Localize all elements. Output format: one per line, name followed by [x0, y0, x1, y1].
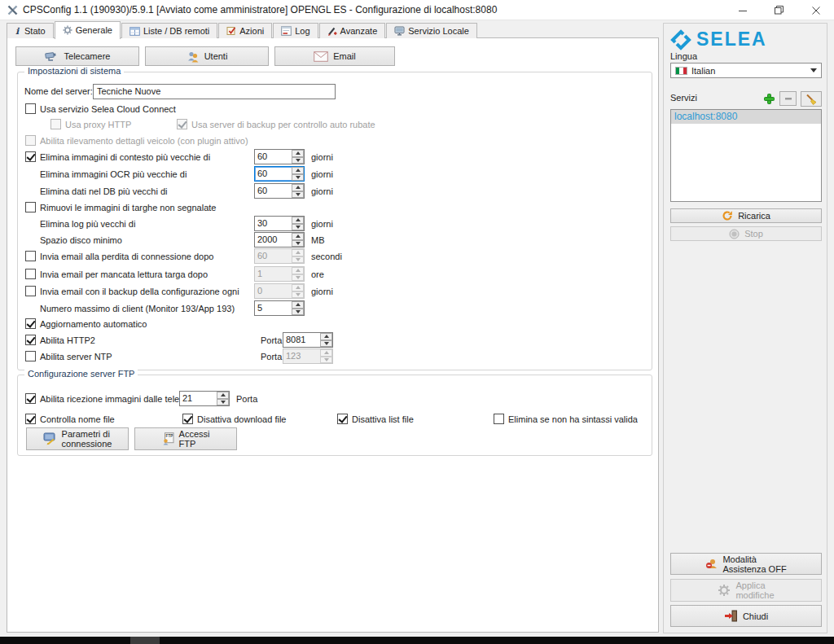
spin-up[interactable]	[292, 233, 304, 240]
disable-list-checkbox[interactable]	[337, 414, 348, 424]
auto-update-label[interactable]: Aggiornamento automatico	[40, 316, 147, 332]
email-no-plate-checkbox[interactable]	[25, 269, 36, 279]
remove-service-button[interactable]	[779, 91, 797, 106]
context-images-label[interactable]: Elimina immagini di contesto più vecchie…	[40, 149, 210, 165]
spin-down[interactable]	[292, 157, 304, 164]
tab-azioni[interactable]: Azioni	[218, 23, 272, 38]
tab-liste-db-remoti[interactable]: Liste / DB remoti	[121, 23, 217, 38]
http2-label[interactable]: Abilita HTTP2	[40, 332, 95, 348]
tab-servizio-locale[interactable]: Servizio Locale	[386, 23, 477, 38]
restore-button[interactable]	[761, 0, 797, 20]
spin-up[interactable]	[320, 333, 332, 340]
spin-down[interactable]	[292, 291, 304, 299]
spin-up[interactable]	[320, 349, 332, 357]
spin-down[interactable]	[292, 256, 304, 264]
close-button[interactable]	[797, 0, 834, 20]
apply-changes-button[interactable]: Applicamodifiche	[670, 579, 822, 602]
ftp-receive-checkbox[interactable]	[25, 393, 36, 404]
cloud-connect-checkbox[interactable]	[25, 103, 36, 114]
info-icon: i	[15, 26, 21, 36]
tab-generale[interactable]: Generale	[55, 21, 121, 39]
unit-label: ore	[311, 266, 324, 283]
disable-list-label[interactable]: Disattiva list file	[352, 411, 414, 427]
connection-params-button[interactable]: Parametri diconnessione	[26, 427, 129, 450]
vehicle-details-checkbox[interactable]	[25, 135, 36, 146]
add-service-button[interactable]	[762, 91, 776, 106]
telecamere-label: Telecamere	[64, 51, 111, 61]
proxy-http-checkbox[interactable]	[50, 119, 61, 129]
vehicle-details-label[interactable]: Abilita rilevamento dettagli veicolo (co…	[40, 133, 248, 149]
stop-button[interactable]: Stop	[670, 226, 822, 241]
email-connection-seconds-spinner[interactable]: 60	[254, 248, 305, 264]
tab-avanzate[interactable]: Avanzate	[319, 23, 386, 38]
http2-checkbox[interactable]	[25, 335, 36, 345]
gear-icon	[718, 584, 731, 597]
check-filename-label[interactable]: Controlla nome file	[40, 411, 115, 427]
min-disk-spinner[interactable]: 2000	[254, 232, 305, 248]
spin-up[interactable]	[292, 284, 304, 291]
services-listbox[interactable]: localhost:8080	[670, 109, 822, 202]
auto-update-checkbox[interactable]	[25, 318, 36, 329]
ntp-server-checkbox[interactable]	[25, 351, 36, 361]
check-filename-checkbox[interactable]	[25, 414, 36, 424]
email-backup-label[interactable]: Invia email con il backup della configur…	[40, 283, 239, 300]
max-clients-spinner[interactable]: 5	[254, 300, 305, 316]
minimize-button[interactable]	[724, 0, 761, 20]
spin-down[interactable]	[217, 399, 229, 406]
email-no-plate-hours-spinner[interactable]: 1	[254, 266, 305, 282]
remove-plates-checkbox[interactable]	[25, 202, 36, 212]
server-name-input[interactable]: Tecniche Nuove	[93, 84, 336, 99]
spin-up[interactable]	[292, 184, 304, 191]
ricarica-button[interactable]: Ricarica	[670, 208, 822, 223]
spin-up[interactable]	[217, 392, 229, 399]
email-backup-days-spinner[interactable]: 0	[254, 283, 305, 299]
context-images-checkbox[interactable]	[25, 151, 36, 162]
spin-up[interactable]	[292, 217, 304, 224]
disable-download-checkbox[interactable]	[182, 414, 193, 424]
tab-stato[interactable]: i Stato	[7, 23, 54, 38]
spin-up[interactable]	[292, 249, 304, 256]
log-days-spinner[interactable]: 30	[254, 216, 305, 231]
service-list-item[interactable]: localhost:8080	[671, 110, 821, 124]
ftp-port-spinner[interactable]: 21	[179, 391, 230, 406]
context-days-spinner[interactable]: 60	[254, 149, 305, 164]
spin-down[interactable]	[292, 174, 304, 182]
ntp-server-label[interactable]: Abilita server NTP	[40, 348, 112, 365]
email-button[interactable]: Email	[274, 46, 395, 66]
assistance-mode-button[interactable]: ModalitàAssistenza OFF	[670, 553, 822, 575]
spin-down[interactable]	[292, 274, 304, 282]
backup-server-checkbox[interactable]	[177, 119, 187, 129]
language-select[interactable]: Italian	[670, 63, 822, 78]
db-days-spinner[interactable]: 60	[254, 183, 305, 199]
ftp-access-button[interactable]: FTP AccessiFTP	[134, 427, 237, 450]
spin-down[interactable]	[320, 340, 332, 348]
remove-plates-label[interactable]: Rimuovi le immagini di targhe non segnal…	[40, 199, 216, 216]
clean-service-button[interactable]	[801, 91, 822, 107]
telecamere-button[interactable]: Telecamere	[15, 46, 139, 66]
delete-invalid-syntax-label[interactable]: Elimina se non ha sintassi valida	[508, 411, 638, 427]
spin-down[interactable]	[292, 309, 304, 316]
delete-invalid-syntax-checkbox[interactable]	[494, 414, 504, 424]
backup-server-label[interactable]: Usa server di backup per controllo auto …	[191, 116, 375, 133]
email-connection-loss-label[interactable]: Invia email alla perdita di connessione …	[40, 248, 213, 265]
spin-down[interactable]	[292, 191, 304, 199]
spin-up[interactable]	[292, 267, 304, 274]
disable-download-label[interactable]: Disattiva download file	[197, 411, 286, 427]
spin-up[interactable]	[292, 167, 304, 174]
utenti-button[interactable]: Utenti	[145, 46, 269, 66]
ocr-days-spinner[interactable]: 60	[254, 166, 305, 182]
proxy-http-label[interactable]: Usa proxy HTTP	[65, 116, 131, 133]
spin-down[interactable]	[292, 240, 304, 248]
email-no-plate-label[interactable]: Invia email per mancata lettura targa do…	[40, 266, 208, 283]
email-connection-loss-checkbox[interactable]	[25, 251, 36, 261]
spin-down[interactable]	[292, 224, 304, 231]
chiudi-button[interactable]: Chiudi	[670, 605, 822, 627]
email-backup-checkbox[interactable]	[25, 286, 36, 296]
ntp-port-spinner[interactable]: 123	[283, 348, 333, 364]
spin-up[interactable]	[292, 301, 304, 309]
tab-log[interactable]: Log	[273, 23, 318, 38]
cloud-connect-label[interactable]: Usa servizio Selea Cloud Connect	[40, 101, 176, 117]
spin-down[interactable]	[320, 357, 332, 364]
http2-port-spinner[interactable]: 8081	[283, 332, 333, 348]
spin-up[interactable]	[292, 150, 304, 157]
